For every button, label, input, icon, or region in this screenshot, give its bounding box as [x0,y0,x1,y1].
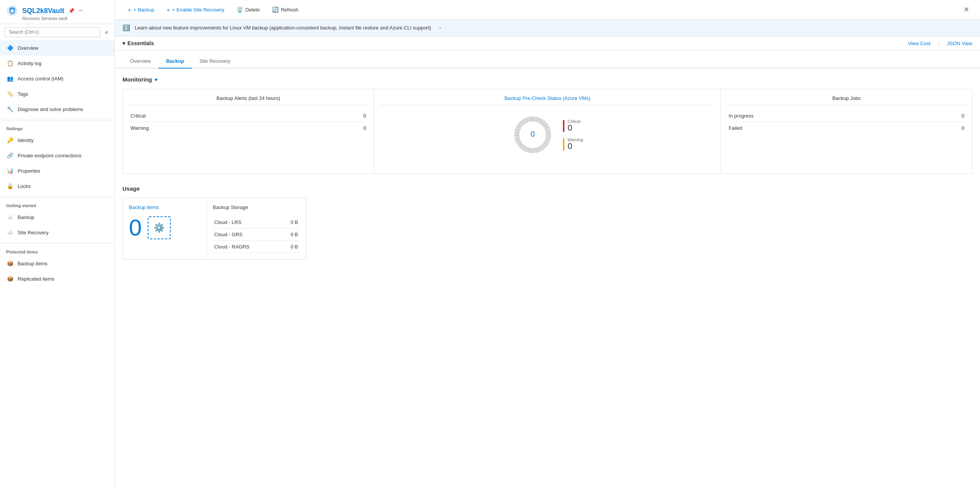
donut-container: 0 Critical 0 [380,110,714,160]
essentials-section: ▾ Essentials View Cost | JSON View [115,36,980,51]
backup-items-count: 0 [129,216,142,239]
legend-warning: Warning 0 [563,137,583,150]
sidebar-item-replicated-items[interactable]: 📦 Replicated items [0,271,114,286]
pin-icon[interactable]: 📌 [68,8,75,14]
content-area: ℹ️ Learn about new feature improvements … [115,20,980,487]
alerts-warning-value: 0 [364,125,366,131]
backup-items-icon: ⚙️ [153,222,165,233]
sidebar-item-backup[interactable]: ☁️ Backup [0,209,114,225]
essentials-toggle[interactable]: ▾ Essentials [122,40,154,46]
sidebar-item-overview[interactable]: 🔷 Overview [0,40,114,56]
alerts-critical-label: Critical [130,113,146,119]
sidebar-item-label: Properties [18,168,40,174]
backup-jobs-card: Backup Jobs In progress 0 Failed 0 [721,89,972,173]
protected-items-section-label: Protected items [0,243,114,256]
sidebar-item-private-endpoint[interactable]: 🔗 Private endpoint connections [0,148,114,163]
sidebar-item-site-recovery[interactable]: ☁️ Site Recovery [0,225,114,240]
usage-backup-items-card: Backup items 0 ⚙️ [122,198,207,260]
sidebar-item-label: Overview [18,45,38,51]
sidebar-item-activity-log[interactable]: 📋 Activity log [0,56,114,71]
usage-title: Usage [122,185,972,192]
vault-icon [6,5,18,17]
backup-icon: ☁️ [6,213,14,221]
enable-site-recovery-button[interactable]: + + Enable Site Recovery [161,4,230,15]
alerts-critical-row: Critical 0 [129,110,368,122]
collapse-button[interactable]: « [103,27,110,37]
refresh-button[interactable]: 🔄 Refresh [267,4,304,15]
more-icon[interactable]: ··· [78,8,83,14]
usage-cards: Backup items 0 ⚙️ Backup Storage Cloud -… [122,198,972,260]
info-banner-text: Learn about new feature improvements for… [135,25,431,31]
backup-button-icon: + [128,7,131,13]
sidebar-item-properties[interactable]: 📊 Properties [0,163,114,178]
monitoring-title: Monitoring [122,76,972,83]
sidebar-item-tags[interactable]: 🏷️ Tags [0,86,114,101]
delete-button-icon: 🗑️ [236,7,243,13]
storage-grs-row: Cloud - GRS 0 B [213,229,300,241]
top-toolbar: + + Backup + + Enable Site Recovery 🗑️ D… [115,0,980,20]
sidebar-item-locks[interactable]: 🔒 Locks [0,178,114,194]
backup-items-icon: 📦 [6,260,14,267]
sidebar-item-label: Activity log [18,60,41,66]
usage-backup-storage-card: Backup Storage Cloud - LRS 0 B Cloud - G… [207,198,306,260]
jobs-failed-row: Failed 0 [727,122,966,134]
warning-info: Warning 0 [567,137,583,150]
sidebar-item-label: Site Recovery [18,230,49,235]
backup-items-icon-box: ⚙️ [148,216,171,239]
sidebar-item-label: Locks [18,183,31,189]
divider: | [938,41,939,46]
backup-items-link[interactable]: Backup items [129,204,200,210]
essentials-links: View Cost | JSON View [908,41,972,46]
storage-grs-label: Cloud - GRS [214,232,243,237]
sidebar-item-identity[interactable]: 🔑 Identity [0,132,114,148]
properties-icon: 📊 [6,167,14,175]
sidebar-item-label: Private endpoint connections [18,153,82,159]
storage-ragrs-label: Cloud - RAGRS [214,244,249,250]
storage-grs-value: 0 B [290,232,298,237]
close-button[interactable]: ✕ [960,4,972,15]
backup-button[interactable]: + + Backup [122,4,160,15]
tab-backup[interactable]: Backup [158,54,192,69]
jobs-inprogress-label: In progress [729,113,753,119]
view-cost-link[interactable]: View Cost [908,41,930,46]
site-recovery-button-icon: + [166,7,170,13]
sidebar-item-label: Diagnose and solve problems [18,106,83,112]
alerts-warning-row: Warning 0 [129,122,368,134]
tab-overview[interactable]: Overview [122,54,158,69]
storage-ragrs-row: Cloud - RAGRS 0 B [213,241,300,253]
sidebar-item-diagnose[interactable]: 🔧 Diagnose and solve problems [0,101,114,117]
monitoring-cards: Backup Alerts (last 24 hours) Critical 0… [122,89,972,174]
backup-storage-title: Backup Storage [213,204,300,210]
alerts-warning-label: Warning [130,125,149,131]
tab-site-recovery[interactable]: Site Recovery [192,54,238,69]
delete-button-label: Delete [245,7,260,13]
monitoring-dot [155,78,157,81]
refresh-button-label: Refresh [281,7,298,13]
info-banner-link[interactable]: → [437,25,442,31]
enable-site-recovery-label: + Enable Site Recovery [172,7,224,13]
tabs-bar: Overview Backup Site Recovery [115,54,980,69]
essentials-label: Essentials [127,40,154,46]
app-name: SQL2k8Vault [22,7,64,15]
diagnose-icon: 🔧 [6,105,14,113]
donut-legend: Critical 0 Warning 0 [563,119,583,150]
app-title-row: SQL2k8Vault 📌 ··· [6,5,108,17]
endpoint-icon: 🔗 [6,152,14,159]
sidebar-item-backup-items[interactable]: 📦 Backup items [0,256,114,271]
essentials-header: ▾ Essentials View Cost | JSON View [122,40,972,46]
critical-info: Critical 0 [567,119,580,132]
warning-value: 0 [567,142,583,150]
sidebar-toolbar: « [0,24,114,40]
sidebar-item-access-control[interactable]: 👥 Access control (IAM) [0,71,114,86]
warning-bar [563,138,564,150]
app-subtitle: Recovery Services vault [6,16,108,21]
search-input[interactable] [5,27,100,37]
pre-check-title[interactable]: Backup Pre-Check Status (Azure VMs) [380,95,714,105]
delete-button[interactable]: 🗑️ Delete [231,4,265,15]
sidebar-item-label: Replicated items [18,276,54,282]
alerts-critical-value: 0 [364,113,366,119]
json-view-link[interactable]: JSON View [947,41,972,46]
main-content: + + Backup + + Enable Site Recovery 🗑️ D… [115,0,980,487]
storage-ragrs-value: 0 B [290,244,298,250]
info-icon: ℹ️ [122,24,130,31]
